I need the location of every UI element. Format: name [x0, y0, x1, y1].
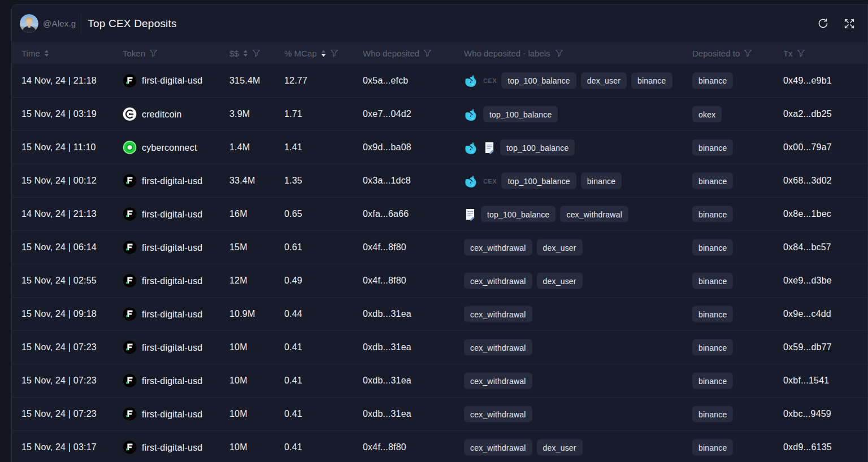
table-row[interactable]: 15 Nov, 24 | 11:10 cyberconnect 1.4M 1.4… — [12, 130, 867, 164]
deposited-to-chip[interactable]: binance — [692, 72, 733, 89]
column-header-time[interactable]: Time — [21, 49, 49, 58]
cell-deposited-to: binance — [692, 173, 733, 189]
sort-icon[interactable] — [44, 49, 49, 57]
memo-icon — [483, 141, 496, 154]
memo-icon — [464, 208, 476, 220]
first-digital-usd-icon — [123, 374, 137, 388]
cell-token: cyberconnect — [123, 141, 197, 155]
table-row[interactable]: 14 Nov, 24 | 21:18 first-digital-usd 315… — [12, 64, 867, 97]
expand-icon — [844, 18, 855, 29]
label-chip[interactable]: cex_withdrawal — [464, 306, 532, 322]
label-chip[interactable]: dex_user — [581, 72, 627, 89]
filter-icon[interactable] — [797, 49, 805, 57]
label-chip[interactable]: cex_withdrawal — [464, 373, 532, 389]
column-header-token[interactable]: Token — [123, 49, 158, 58]
cell-who-deposited: 0x3a...1dc8 — [363, 176, 411, 186]
deposited-to-chip[interactable]: binance — [692, 173, 733, 189]
cell-deposited-to: binance — [692, 406, 733, 422]
table-row[interactable]: 15 Nov, 24 | 07:23 first-digital-usd 10M… — [12, 364, 867, 397]
refresh-button[interactable] — [817, 18, 829, 30]
filter-icon[interactable] — [555, 49, 563, 57]
label-chip[interactable]: top_100_balance — [501, 72, 576, 89]
label-chip[interactable]: top_100_balance — [501, 173, 576, 189]
deposited-to-chip[interactable]: binance — [692, 239, 733, 256]
deposited-to-chip[interactable]: binance — [692, 206, 733, 223]
table-row[interactable]: 15 Nov, 24 | 09:18 first-digital-usd 10.… — [12, 297, 867, 330]
cell-tx: 0x8e...1bec — [783, 209, 831, 219]
label-chip[interactable]: dex_user — [537, 439, 583, 456]
label-chip[interactable]: top_100_balance — [483, 106, 558, 123]
table-row[interactable]: 15 Nov, 24 | 00:12 first-digital-usd 33.… — [12, 164, 867, 197]
cell-who-deposited: 0x4f...8f80 — [363, 242, 406, 252]
column-header-amount[interactable]: $$ — [229, 49, 261, 58]
cell-token: first-digital-usd — [123, 274, 202, 288]
cell-labels: top_100_balance — [464, 140, 575, 156]
cell-time: 15 Nov, 24 | 03:17 — [21, 442, 97, 452]
label-chip[interactable]: cex_withdrawal — [464, 339, 532, 356]
deposited-to-chip[interactable]: okex — [692, 106, 722, 123]
table-row[interactable]: 15 Nov, 24 | 03:17 first-digital-usd 10M… — [12, 430, 867, 462]
expand-button[interactable] — [843, 18, 856, 30]
filter-icon[interactable] — [330, 49, 338, 57]
filter-icon[interactable] — [149, 49, 158, 57]
label-chip[interactable]: top_100_balance — [500, 140, 575, 156]
first-digital-usd-icon — [123, 241, 137, 255]
cell-who-deposited: 0xdb...31ea — [363, 309, 411, 319]
label-chip[interactable]: cex_withdrawal — [560, 206, 628, 223]
label-chip[interactable]: dex_user — [537, 239, 583, 256]
deposited-to-chip[interactable]: binance — [692, 140, 733, 156]
deposited-to-chip[interactable]: binance — [692, 306, 733, 322]
cell-tx: 0x84...bc57 — [783, 242, 831, 252]
table-row[interactable]: 15 Nov, 24 | 07:23 first-digital-usd 10M… — [12, 397, 867, 430]
sort-icon[interactable] — [243, 49, 248, 57]
column-header-tx[interactable]: Tx — [783, 49, 805, 58]
label-chip[interactable]: top_100_balance — [481, 206, 555, 223]
token-name: first-digital-usd — [142, 242, 202, 252]
cell-who-deposited: 0xfa...6a66 — [363, 209, 409, 219]
label-chip[interactable]: dex_user — [537, 273, 583, 289]
label-chip[interactable]: binance — [631, 72, 672, 89]
cell-time: 15 Nov, 24 | 00:12 — [21, 176, 97, 186]
filter-icon[interactable] — [252, 49, 261, 57]
column-header-mcap[interactable]: % MCap — [284, 49, 338, 58]
cell-labels: CEXtop_100_balancebinance — [464, 173, 622, 189]
label-chip[interactable]: cex_withdrawal — [464, 439, 532, 456]
page-title: Top CEX Deposits — [88, 18, 176, 30]
avatar[interactable] — [20, 14, 38, 33]
cell-who-deposited: 0x4f...8f80 — [363, 276, 406, 286]
cell-labels: cex_withdrawal — [464, 339, 532, 356]
cell-time: 15 Nov, 24 | 11:10 — [21, 142, 96, 152]
cex-mark: CEX — [483, 177, 497, 184]
table-row[interactable]: 14 Nov, 24 | 21:13 first-digital-usd 16M… — [12, 197, 867, 230]
table-row[interactable]: 15 Nov, 24 | 06:14 first-digital-usd 15M… — [12, 230, 867, 264]
table-row[interactable]: 15 Nov, 24 | 07:23 first-digital-usd 10M… — [12, 330, 867, 364]
deposited-to-chip[interactable]: binance — [692, 273, 733, 289]
label-chip[interactable]: cex_withdrawal — [464, 239, 532, 256]
filter-icon[interactable] — [423, 49, 432, 57]
cell-amount: 33.4M — [229, 176, 255, 186]
cell-deposited-to: binance — [692, 306, 733, 322]
filter-icon[interactable] — [744, 49, 752, 57]
sort-icon[interactable] — [321, 49, 326, 57]
label-chip[interactable]: cex_withdrawal — [464, 406, 532, 422]
cell-deposited-to: binance — [692, 439, 733, 456]
cell-tx: 0x59...db77 — [783, 342, 832, 352]
cell-tx: 0x68...3d02 — [783, 176, 832, 186]
label-chip[interactable]: binance — [581, 173, 622, 189]
label-chip[interactable]: cex_withdrawal — [464, 273, 532, 289]
column-header-depto[interactable]: Deposited to — [692, 49, 752, 58]
cyberconnect-icon — [123, 141, 137, 155]
cell-deposited-to: binance — [692, 140, 733, 156]
deposited-to-chip[interactable]: binance — [692, 439, 733, 456]
deposited-to-chip[interactable]: binance — [692, 406, 733, 422]
header-divider — [81, 14, 81, 34]
column-header-labels[interactable]: Who deposited - labels — [464, 49, 563, 58]
column-header-who[interactable]: Who deposited — [363, 49, 432, 58]
deposited-to-chip[interactable]: binance — [692, 339, 733, 356]
cell-mcap: 0.41 — [284, 376, 302, 386]
table-row[interactable]: 15 Nov, 24 | 03:19 creditcoin 3.9M 1.71 … — [12, 97, 867, 130]
deposited-to-chip[interactable]: binance — [692, 373, 733, 389]
cell-token: first-digital-usd — [123, 174, 202, 188]
table-row[interactable]: 15 Nov, 24 | 02:55 first-digital-usd 12M… — [12, 264, 867, 297]
column-header-label: $$ — [229, 49, 239, 58]
